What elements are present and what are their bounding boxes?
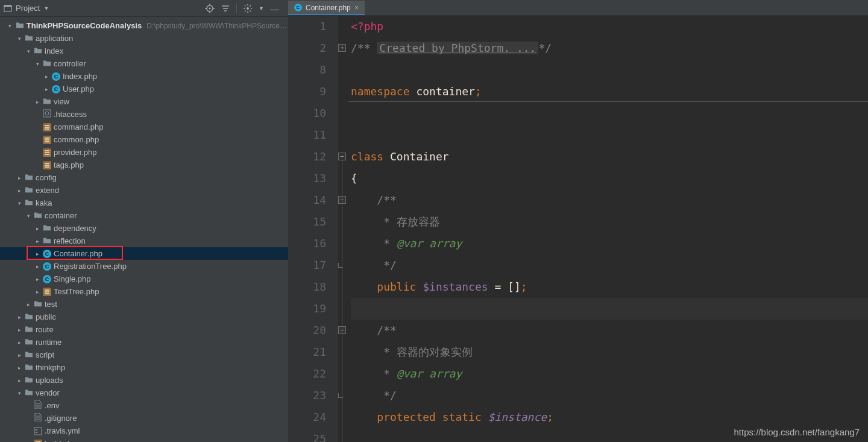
tree-row[interactable]: ▸route	[0, 323, 288, 336]
tree-row[interactable]: ▸uploads	[0, 374, 288, 387]
expand-arrow-icon[interactable]: ▸	[15, 352, 24, 358]
code-line[interactable]: * 存放容器	[351, 211, 868, 233]
line-number: 1	[288, 16, 326, 37]
code-line[interactable]: namespace container;	[351, 81, 868, 103]
tree-row[interactable]: ▸CIndex.php	[0, 70, 288, 83]
code-editor[interactable]: 128910111213141516171819202122232425 +−−…	[288, 16, 868, 442]
code-content[interactable]: <?php/** Created by PhpStorm. ...*/names…	[348, 16, 868, 442]
code-line[interactable]: */	[351, 254, 868, 276]
code-line[interactable]: /**	[351, 189, 868, 211]
tree-row[interactable]: command.php	[0, 121, 288, 133]
editor-tab-container-php[interactable]: C Container.php ×	[288, 1, 365, 15]
expand-arrow-icon[interactable]: ▸	[15, 314, 24, 320]
expand-arrow-icon[interactable]: ▾	[15, 36, 24, 42]
close-icon[interactable]: ×	[354, 3, 359, 12]
fold-expand-icon[interactable]: +	[338, 44, 346, 52]
expand-arrow-icon[interactable]: ▸	[15, 327, 24, 333]
code-line[interactable]	[351, 103, 868, 124]
tree-row[interactable]: ▸CContainer.php	[0, 247, 288, 260]
tree-row[interactable]: ▸public	[0, 311, 288, 323]
line-number: 11	[288, 124, 326, 146]
expand-arrow-icon[interactable]: ▸	[33, 276, 42, 282]
expand-arrow-icon[interactable]: ▸	[33, 99, 42, 105]
tree-item-label: TestTree.php	[52, 287, 99, 296]
code-line[interactable]	[351, 298, 868, 320]
tree-row[interactable]: ▾index	[0, 45, 288, 57]
tree-row[interactable]: ▸CUser.php	[0, 83, 288, 95]
code-line[interactable]: <?php	[351, 16, 868, 37]
tree-row[interactable]: ▾kaka	[0, 197, 288, 209]
tree-row[interactable]: provider.php	[0, 146, 288, 159]
code-line[interactable]	[351, 124, 868, 146]
collapse-all-icon[interactable]	[221, 4, 230, 13]
tree-row[interactable]: ▸script	[0, 349, 288, 361]
hide-panel-icon[interactable]: —	[270, 4, 280, 13]
expand-arrow-icon[interactable]: ▸	[33, 226, 42, 232]
tree-row[interactable]: common.php	[0, 133, 288, 146]
expand-arrow-icon[interactable]: ▾	[33, 61, 42, 67]
tree-row[interactable]: .travis.yml	[0, 425, 288, 437]
expand-arrow-icon[interactable]: ▸	[42, 86, 51, 92]
settings-gear-icon[interactable]	[243, 4, 253, 13]
fold-gutter[interactable]: +−−−	[338, 16, 348, 442]
fold-collapse-icon[interactable]: −	[338, 153, 346, 160]
chevron-down-icon[interactable]: ▼	[259, 5, 264, 11]
code-line[interactable]: {	[351, 168, 868, 189]
tree-row[interactable]: ▸thinkphp	[0, 361, 288, 374]
tree-row[interactable]: ▾controller	[0, 57, 288, 70]
tree-row[interactable]: build.php	[0, 437, 288, 442]
expand-arrow-icon[interactable]: ▾	[15, 390, 24, 396]
expand-arrow-icon[interactable]: ▸	[15, 339, 24, 346]
chevron-down-icon[interactable]: ▼	[43, 5, 49, 11]
code-line[interactable]: * @var array	[351, 233, 868, 254]
tree-row[interactable]: ▸reflection	[0, 235, 288, 247]
expand-arrow-icon[interactable]: ▸	[33, 264, 42, 270]
tree-row[interactable]: ▾ThinkPHPSourceCodeAnalysisD:\phpstudy_p…	[0, 19, 288, 32]
code-line[interactable]: */	[351, 385, 868, 406]
code-line[interactable]: * @var array	[351, 363, 868, 385]
tree-row[interactable]: tags.php	[0, 159, 288, 171]
svg-rect-21	[36, 429, 37, 431]
code-line[interactable]: /**	[351, 320, 868, 341]
code-line[interactable]: * 容器的对象实例	[351, 341, 868, 363]
expand-arrow-icon[interactable]: ▸	[15, 365, 24, 371]
expand-arrow-icon[interactable]: ▸	[15, 377, 24, 384]
tree-row[interactable]: ▸CSingle.php	[0, 273, 288, 285]
expand-arrow-icon[interactable]: ▾	[24, 213, 33, 219]
tree-row[interactable]: ▸config	[0, 171, 288, 184]
tree-row[interactable]: ▾container	[0, 209, 288, 222]
locate-icon[interactable]	[205, 4, 215, 13]
expand-arrow-icon[interactable]: ▸	[33, 238, 42, 244]
tree-row[interactable]: .gitignore	[0, 412, 288, 425]
tree-row[interactable]: ▸dependency	[0, 222, 288, 235]
expand-arrow-icon[interactable]: ▾	[15, 200, 24, 206]
expand-arrow-icon[interactable]: ▸	[24, 302, 33, 308]
svg-rect-1	[4, 5, 11, 7]
tree-row[interactable]: .env	[0, 399, 288, 412]
expand-arrow-icon[interactable]: ▸	[15, 188, 24, 194]
sidebar-title[interactable]: Project	[16, 4, 40, 13]
expand-arrow-icon[interactable]: ▾	[24, 48, 33, 54]
code-line[interactable]: /** Created by PhpStorm. ...*/	[351, 37, 868, 59]
code-line[interactable]: public $instances = [];	[351, 276, 868, 298]
tree-row[interactable]: ▸TestTree.php	[0, 285, 288, 298]
tree-row[interactable]: .htaccess	[0, 108, 288, 121]
tree-item-label: RegistrationTree.php	[52, 262, 127, 271]
expand-arrow-icon[interactable]: ▸	[15, 175, 24, 181]
expand-arrow-icon[interactable]: ▸	[42, 74, 51, 80]
tree-row[interactable]: ▸runtime	[0, 336, 288, 349]
code-line[interactable]: protected static $instance;	[351, 406, 868, 428]
code-line[interactable]	[351, 59, 868, 81]
tree-row[interactable]: ▾vendor	[0, 387, 288, 399]
tree-row[interactable]: ▸extend	[0, 184, 288, 197]
tree-row[interactable]: ▸test	[0, 298, 288, 311]
line-number: 20	[288, 320, 326, 341]
code-line[interactable]: class Container	[351, 146, 868, 168]
tree-row[interactable]: ▸view	[0, 95, 288, 108]
expand-arrow-icon[interactable]: ▾	[6, 23, 14, 29]
tree-row[interactable]: ▾application	[0, 32, 288, 45]
project-tree[interactable]: ▾ThinkPHPSourceCodeAnalysisD:\phpstudy_p…	[0, 17, 288, 442]
expand-arrow-icon[interactable]: ▸	[33, 289, 42, 295]
tree-row[interactable]: ▸CRegistrationTree.php	[0, 260, 288, 273]
expand-arrow-icon[interactable]: ▸	[33, 251, 42, 257]
